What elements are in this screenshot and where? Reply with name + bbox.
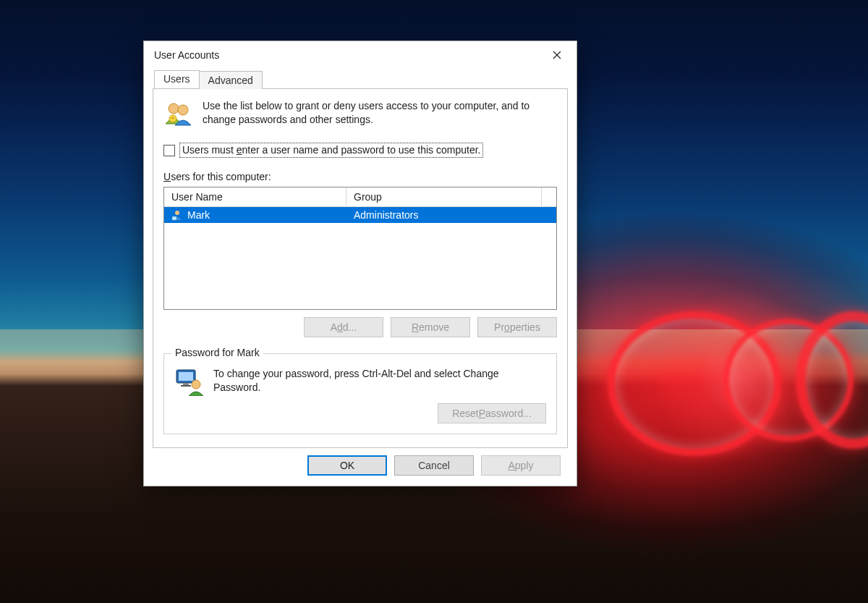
remove-button[interactable]: Remove bbox=[391, 317, 470, 337]
users-list-label: Users for this computer: bbox=[163, 171, 557, 182]
tab-panel-users: Use the list below to grant or deny user… bbox=[153, 89, 568, 448]
titlebar[interactable]: User Accounts bbox=[144, 41, 576, 69]
password-instruction-text: To change your password, press Ctrl-Alt-… bbox=[213, 367, 546, 396]
cell-group: Administrators bbox=[346, 209, 556, 221]
desktop-background: User Accounts Users Advanced bbox=[0, 0, 868, 603]
listview-header[interactable]: User Name Group bbox=[164, 187, 556, 207]
list-buttons-row: Add... Remove Properties bbox=[163, 317, 557, 337]
cell-group-text: Administrators bbox=[354, 209, 418, 221]
svg-rect-9 bbox=[181, 385, 191, 387]
intro-row: Use the list below to grant or deny user… bbox=[163, 99, 557, 128]
password-groupbox: Password for Mark To change your pas bbox=[163, 353, 557, 434]
require-login-checkbox-row[interactable]: Users must enter a user name and passwor… bbox=[163, 143, 557, 158]
close-button[interactable] bbox=[540, 44, 574, 66]
svg-point-1 bbox=[178, 105, 188, 115]
svg-rect-5 bbox=[172, 216, 176, 220]
cell-user-name: Mark bbox=[164, 209, 346, 221]
column-spacer bbox=[542, 187, 556, 206]
require-login-label[interactable]: Users must enter a user name and passwor… bbox=[179, 143, 483, 158]
window-title: User Accounts bbox=[154, 49, 219, 61]
tab-strip: Users Advanced bbox=[153, 70, 568, 89]
user-accounts-dialog: User Accounts Users Advanced bbox=[143, 41, 577, 486]
monitor-user-icon bbox=[174, 367, 203, 396]
ok-button[interactable]: OK bbox=[307, 455, 387, 476]
client-area: Users Advanced Use bbox=[144, 69, 576, 486]
intro-text: Use the list below to grant or deny user… bbox=[203, 99, 557, 127]
properties-button[interactable]: Properties bbox=[477, 317, 557, 337]
close-icon bbox=[553, 51, 561, 59]
listview-body[interactable]: Mark Administrators bbox=[164, 207, 556, 309]
column-group[interactable]: Group bbox=[346, 187, 542, 206]
cell-user-name-text: Mark bbox=[187, 209, 210, 221]
svg-rect-7 bbox=[179, 372, 193, 381]
cancel-button[interactable]: Cancel bbox=[394, 455, 474, 476]
svg-point-10 bbox=[192, 380, 200, 389]
svg-rect-3 bbox=[171, 117, 174, 119]
require-login-checkbox[interactable] bbox=[163, 145, 175, 156]
add-button[interactable]: Add... bbox=[304, 317, 383, 337]
tab-advanced[interactable]: Advanced bbox=[199, 71, 263, 89]
tab-users[interactable]: Users bbox=[154, 70, 200, 88]
column-user-name[interactable]: User Name bbox=[164, 187, 346, 206]
apply-button[interactable]: Apply bbox=[481, 455, 561, 476]
user-icon bbox=[171, 209, 183, 221]
reset-password-button[interactable]: Reset Password... bbox=[438, 403, 546, 423]
dialog-button-row: OK Cancel Apply bbox=[153, 448, 568, 477]
svg-rect-8 bbox=[183, 383, 189, 385]
svg-point-0 bbox=[169, 104, 179, 114]
users-listview[interactable]: User Name Group Mark bbox=[163, 187, 557, 310]
password-group-legend: Password for Mark bbox=[171, 347, 263, 358]
users-icon bbox=[163, 99, 192, 128]
svg-point-4 bbox=[175, 211, 179, 215]
table-row[interactable]: Mark Administrators bbox=[164, 207, 556, 223]
